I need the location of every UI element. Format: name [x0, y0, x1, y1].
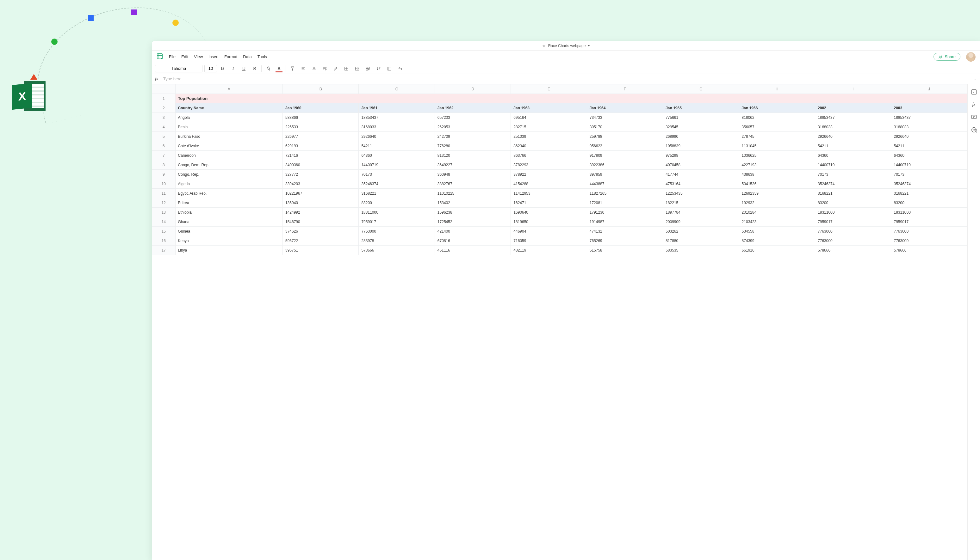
app-icon[interactable] — [156, 53, 163, 61]
cell[interactable]: Angola — [175, 113, 283, 122]
cell[interactable]: 397859 — [587, 170, 663, 179]
cell[interactable]: 3168033 — [815, 122, 891, 132]
cell[interactable]: 4070458 — [663, 160, 739, 170]
cell[interactable]: 360948 — [435, 170, 510, 179]
cell[interactable]: 3649227 — [435, 160, 510, 170]
cell[interactable]: 4154288 — [511, 179, 587, 189]
cell[interactable]: Ghana — [175, 217, 283, 227]
cell[interactable]: 515758 — [587, 245, 663, 255]
header-cell[interactable]: Jan 1962 — [435, 103, 510, 113]
col-header[interactable]: C — [359, 84, 435, 94]
col-header[interactable]: B — [283, 84, 358, 94]
cell[interactable]: Congo, Dem. Rep. — [175, 160, 283, 170]
insert-cells-button[interactable] — [363, 64, 373, 73]
header-cell[interactable]: Jan 1965 — [663, 103, 739, 113]
cell[interactable]: 2926640 — [891, 132, 967, 141]
cell[interactable]: 7959017 — [359, 217, 435, 227]
cell[interactable]: 1914987 — [587, 217, 663, 227]
italic-button[interactable]: I — [228, 64, 239, 73]
header-cell[interactable]: Jan 1961 — [359, 103, 435, 113]
cell[interactable]: 776280 — [435, 141, 510, 151]
cell[interactable]: 11010225 — [435, 189, 510, 198]
cell[interactable]: 1897784 — [663, 208, 739, 217]
cell[interactable]: 225533 — [283, 122, 358, 132]
cell[interactable]: 1036625 — [739, 151, 815, 160]
strikethrough-button[interactable]: S — [249, 64, 260, 73]
cell[interactable]: 83200 — [359, 198, 435, 208]
cell[interactable]: 182215 — [663, 198, 739, 208]
cell[interactable]: 2010284 — [739, 208, 815, 217]
cell[interactable]: 503262 — [663, 227, 739, 236]
cell[interactable]: 136940 — [283, 198, 358, 208]
cell[interactable]: 1596238 — [435, 208, 510, 217]
undo-button[interactable] — [395, 64, 406, 73]
cell[interactable]: 64360 — [359, 151, 435, 160]
cell[interactable]: 11827265 — [587, 189, 663, 198]
font-size-select[interactable]: 10 — [204, 65, 217, 72]
row-header[interactable]: 4 — [152, 122, 176, 132]
col-header[interactable]: G — [663, 84, 739, 94]
menu-file[interactable]: File — [169, 54, 176, 59]
underline-button[interactable]: U — [239, 64, 249, 73]
cell[interactable]: 1819650 — [511, 217, 587, 227]
fill-color-button[interactable] — [263, 64, 274, 73]
cell[interactable]: 734733 — [587, 113, 663, 122]
cell[interactable]: 818062 — [739, 113, 815, 122]
cell[interactable]: 18311000 — [359, 208, 435, 217]
cell[interactable]: 3782293 — [511, 160, 587, 170]
cell[interactable]: 35246374 — [891, 179, 967, 189]
row-header[interactable]: 17 — [152, 245, 176, 255]
cell[interactable]: 378922 — [511, 170, 587, 179]
cell[interactable]: 3168033 — [891, 122, 967, 132]
menu-edit[interactable]: Edit — [181, 54, 188, 59]
cell[interactable]: Burkina Faso — [175, 132, 283, 141]
cell[interactable]: 374626 — [283, 227, 358, 236]
cell[interactable]: 64360 — [891, 151, 967, 160]
cell[interactable]: 70173 — [815, 170, 891, 179]
row-header[interactable]: 3 — [152, 113, 176, 122]
cell[interactable]: 862340 — [511, 141, 587, 151]
cell[interactable]: 356057 — [739, 122, 815, 132]
side-comment-icon[interactable] — [970, 114, 977, 121]
cell[interactable]: 18311000 — [891, 208, 967, 217]
cell[interactable]: 695164 — [511, 113, 587, 122]
cell[interactable]: 12253435 — [663, 189, 739, 198]
cell[interactable]: 242709 — [435, 132, 510, 141]
cell[interactable]: 395751 — [283, 245, 358, 255]
row-header[interactable]: 1 — [152, 94, 176, 103]
cell[interactable]: 14400719 — [891, 160, 967, 170]
merge-button[interactable] — [352, 64, 363, 73]
cell[interactable]: 578666 — [815, 245, 891, 255]
row-header[interactable]: 15 — [152, 227, 176, 236]
row-header[interactable]: 11 — [152, 189, 176, 198]
wrap-button[interactable] — [319, 64, 330, 73]
col-header[interactable]: E — [511, 84, 587, 94]
cell[interactable]: 2009909 — [663, 217, 739, 227]
cell[interactable]: 5041536 — [739, 179, 815, 189]
cell[interactable]: Eritrea — [175, 198, 283, 208]
cell[interactable]: 1131045 — [739, 141, 815, 151]
cell[interactable]: 1791230 — [587, 208, 663, 217]
cell[interactable]: 474132 — [587, 227, 663, 236]
bold-button[interactable]: B — [217, 64, 228, 73]
cell[interactable]: 70173 — [891, 170, 967, 179]
cell[interactable]: 11412953 — [511, 189, 587, 198]
header-cell[interactable]: Jan 1960 — [283, 103, 358, 113]
cell[interactable]: 813120 — [435, 151, 510, 160]
row-header[interactable]: 12 — [152, 198, 176, 208]
cell[interactable]: 4227193 — [739, 160, 815, 170]
cell[interactable]: 278745 — [739, 132, 815, 141]
cell[interactable]: Cote d'Ivoire — [175, 141, 283, 151]
col-header[interactable]: H — [739, 84, 815, 94]
cell[interactable]: 259788 — [587, 132, 663, 141]
col-header[interactable]: J — [891, 84, 967, 94]
cell[interactable]: 1058839 — [663, 141, 739, 151]
cell[interactable]: 2926640 — [359, 132, 435, 141]
cell[interactable]: 3168221 — [359, 189, 435, 198]
cell[interactable]: 975298 — [663, 151, 739, 160]
row-header[interactable]: 7 — [152, 151, 176, 160]
cell[interactable]: 2926640 — [815, 132, 891, 141]
cell[interactable]: 3168221 — [815, 189, 891, 198]
header-cell[interactable]: 2002 — [815, 103, 891, 113]
cell[interactable]: 54211 — [359, 141, 435, 151]
